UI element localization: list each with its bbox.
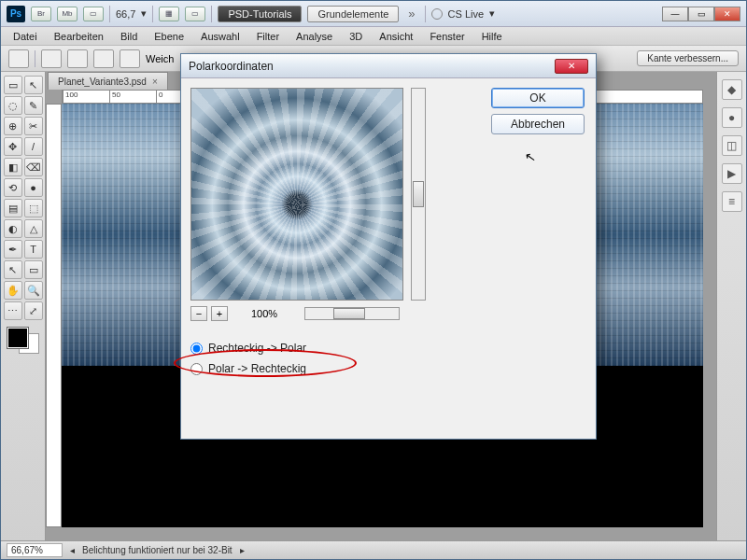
tool-17[interactable]: T [24, 240, 43, 259]
cancel-button[interactable]: Abbrechen [491, 114, 585, 134]
cursor-icon: ↖ [524, 148, 538, 165]
minibridge-icon[interactable]: Mb [57, 7, 78, 21]
preview-vscroll-thumb[interactable] [413, 181, 424, 207]
dock-icon-0[interactable]: ◆ [722, 79, 742, 100]
filter-preview[interactable] [190, 88, 403, 301]
fg-color[interactable] [7, 328, 28, 348]
status-chevron-left-icon[interactable]: ◂ [70, 545, 75, 555]
selection-new-icon[interactable] [41, 49, 62, 68]
tool-18[interactable]: ↖ [4, 260, 22, 279]
tool-10[interactable]: ⟲ [4, 178, 22, 197]
option-rect-to-polar[interactable]: Rechteckig -> Polar [190, 342, 586, 355]
tool-7[interactable]: / [24, 137, 43, 156]
workspace-tab-dark[interactable]: PSD-Tutorials [218, 6, 302, 22]
preview-image [191, 89, 402, 300]
tool-14[interactable]: ◐ [4, 219, 22, 238]
tool-20[interactable]: ✋ [4, 281, 22, 300]
menu-filter[interactable]: Filter [248, 29, 288, 44]
zoom-value[interactable]: 66,7 [116, 8, 135, 20]
menu-analyse[interactable]: Analyse [288, 29, 341, 44]
ruler-tick: 100 [63, 91, 109, 103]
minimize-button[interactable]: — [662, 7, 688, 21]
menu-ebene[interactable]: Ebene [146, 29, 192, 44]
menu-fenster[interactable]: Fenster [421, 29, 472, 44]
status-bar: 66,67% ◂ Belichtung funktioniert nur bei… [1, 540, 746, 559]
preview-zoom-in-button[interactable]: + [211, 306, 228, 321]
option-rect-to-polar-label: Rechteckig -> Polar [208, 342, 306, 355]
document-tab-label: Planet_Variante3.psd [58, 77, 147, 87]
selection-add-icon[interactable] [67, 49, 88, 68]
dock-icon-3[interactable]: ▶ [722, 163, 742, 184]
screen-mode-icon[interactable]: ▭ [83, 7, 104, 21]
menu-bearbeiten[interactable]: Bearbeiten [46, 29, 112, 44]
preview-zoom-value: 100% [232, 308, 297, 319]
tool-0[interactable]: ▭ [4, 76, 22, 94]
preview-zoom-out-button[interactable]: − [190, 306, 207, 321]
option-polar-to-rect-label: Polar -> Rechteckig [208, 362, 306, 375]
right-dock: ◆●◫▶≡ [716, 72, 746, 540]
tool-11[interactable]: ● [24, 178, 43, 197]
tool-6[interactable]: ✥ [4, 137, 22, 156]
workspace-tab-light[interactable]: Grundelemente [307, 6, 399, 22]
tool-preset-icon[interactable] [8, 49, 29, 68]
cslive-chevron-icon[interactable]: ▾ [489, 7, 495, 20]
conversion-options: Rechteckig -> Polar Polar -> Rechteckig [190, 342, 586, 375]
dock-icon-4[interactable]: ≡ [722, 191, 742, 212]
menu-hilfe[interactable]: Hilfe [473, 29, 511, 44]
tool-13[interactable]: ⬚ [24, 199, 43, 217]
tool-2[interactable]: ◌ [4, 96, 22, 115]
tool-22[interactable]: ⋯ [4, 301, 22, 320]
status-zoom[interactable]: 66,67% [7, 543, 63, 557]
cslive-icon[interactable] [431, 8, 443, 20]
dialog-buttons: OK Abbrechen ↖ [491, 88, 585, 134]
status-chevron-right-icon[interactable]: ▸ [240, 545, 245, 555]
dialog-close-button[interactable]: ✕ [555, 59, 588, 74]
tool-19[interactable]: ▭ [24, 260, 43, 279]
tool-9[interactable]: ⌫ [24, 158, 43, 176]
close-button[interactable]: ✕ [714, 7, 740, 21]
menubar: Datei Bearbeiten Bild Ebene Auswahl Filt… [1, 27, 746, 46]
zoom-chevron-icon[interactable]: ▾ [141, 7, 147, 20]
option-polar-to-rect[interactable]: Polar -> Rechteckig [190, 362, 586, 375]
tool-8[interactable]: ◧ [4, 158, 22, 176]
bridge-icon[interactable]: Br [31, 7, 51, 21]
tool-15[interactable]: △ [24, 219, 43, 238]
workspace-more-icon[interactable]: » [408, 7, 415, 21]
tool-16[interactable]: ✒ [4, 240, 22, 259]
preview-vscroll[interactable] [411, 88, 426, 301]
menu-3d[interactable]: 3D [341, 29, 371, 44]
arrange-icon[interactable]: ▭ [185, 7, 205, 21]
radio-rect-to-polar[interactable] [190, 343, 203, 355]
ok-button[interactable]: OK [491, 88, 585, 108]
preview-hscroll-thumb[interactable] [333, 308, 365, 319]
titlebar: Ps Br Mb ▭ 66,7 ▾ ▦ ▭ PSD-Tutorials Grun… [1, 1, 746, 27]
tool-5[interactable]: ✂ [24, 117, 43, 135]
menu-auswahl[interactable]: Auswahl [192, 29, 248, 44]
radio-polar-to-rect[interactable] [190, 363, 203, 375]
dialog-titlebar[interactable]: Polarkoordinaten ✕ [181, 54, 596, 78]
selection-sub-icon[interactable] [93, 49, 114, 68]
tool-1[interactable]: ↖ [24, 76, 43, 94]
color-swatch[interactable] [7, 328, 39, 354]
tool-23[interactable]: ⤢ [24, 301, 43, 320]
tool-3[interactable]: ✎ [24, 96, 43, 115]
dock-icon-2[interactable]: ◫ [722, 135, 742, 156]
tool-21[interactable]: 🔍 [24, 281, 43, 300]
menu-ansicht[interactable]: Ansicht [371, 29, 421, 44]
dialog-title: Polarkoordinaten [189, 60, 274, 73]
feather-label: Weich [146, 53, 174, 64]
tool-palette: ▭↖◌✎⊕✂✥/◧⌫⟲●▤⬚◐△✒T↖▭✋🔍⋯⤢ [1, 72, 46, 540]
refine-edge-button[interactable]: Kante verbessern... [637, 50, 739, 66]
document-close-icon[interactable]: × [152, 77, 158, 87]
maximize-button[interactable]: ▭ [688, 7, 714, 21]
selection-intersect-icon[interactable] [120, 49, 140, 68]
cslive-label[interactable]: CS Live [448, 8, 485, 20]
preview-hscroll[interactable] [304, 307, 400, 320]
view-extras-icon[interactable]: ▦ [159, 7, 179, 21]
document-tab[interactable]: Planet_Variante3.psd × [48, 72, 168, 90]
tool-12[interactable]: ▤ [4, 199, 22, 217]
menu-datei[interactable]: Datei [5, 29, 46, 44]
tool-4[interactable]: ⊕ [4, 117, 22, 135]
dock-icon-1[interactable]: ● [722, 107, 742, 128]
menu-bild[interactable]: Bild [112, 29, 146, 44]
